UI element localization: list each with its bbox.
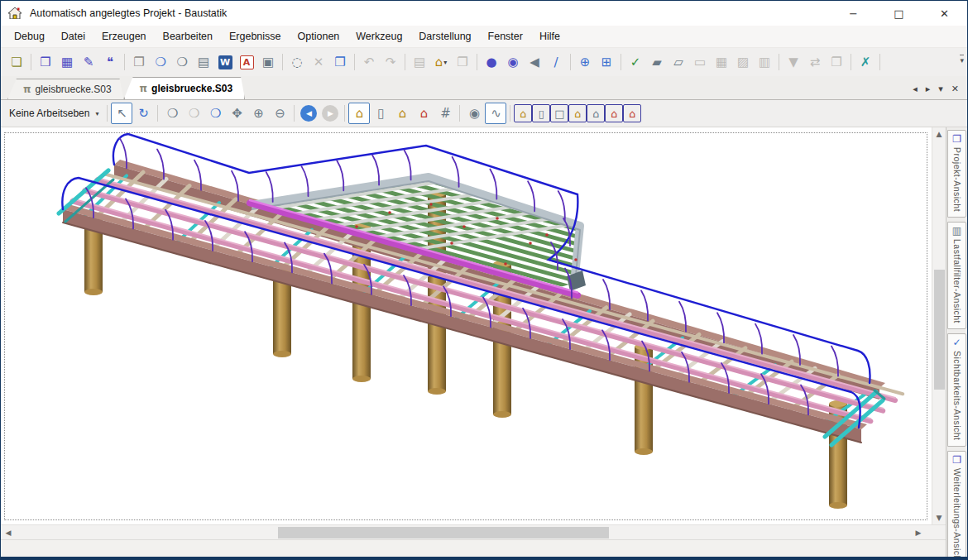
- properties-icon[interactable]: ▤: [409, 51, 430, 73]
- pointer-tool-icon[interactable]: ↖: [111, 103, 132, 124]
- save-as-icon[interactable]: ✎: [78, 51, 99, 73]
- print-preview-icon[interactable]: ❍: [150, 51, 171, 73]
- new-window-icon[interactable]: ❐: [452, 51, 473, 73]
- menu-ergebnisse[interactable]: Ergebnisse: [221, 27, 290, 45]
- node-select-icon[interactable]: ◉: [502, 51, 524, 73]
- vertical-scroll-thumb[interactable]: [934, 270, 945, 390]
- tab-list-icon[interactable]: ▾: [938, 84, 943, 94]
- view-back-icon[interactable]: ◀: [298, 103, 319, 124]
- line-create-icon[interactable]: ∕: [545, 51, 567, 73]
- node-create-icon[interactable]: ●: [481, 51, 502, 73]
- tab-scroll-left-icon[interactable]: ◂: [913, 84, 918, 94]
- menu-debug[interactable]: Debug: [6, 27, 53, 45]
- slab-create-icon[interactable]: ▭: [689, 51, 711, 73]
- save-with-comment-icon[interactable]: ❝: [99, 51, 121, 73]
- zoom-out-icon[interactable]: ⊖: [269, 103, 290, 124]
- scroll-right-icon[interactable]: ▶: [911, 526, 926, 539]
- slab-mesh-icon[interactable]: ▦: [711, 51, 732, 73]
- tab-sichtbarkeits-ansicht[interactable]: ✓ Sichtbarkeits-Ansicht: [947, 333, 966, 447]
- view-frame-icon[interactable]: ▯: [370, 103, 391, 124]
- framed-view-blank-icon[interactable]: □: [550, 104, 568, 122]
- tab-scroll-right-icon[interactable]: ▸: [926, 84, 931, 94]
- page-preview-icon[interactable]: ❍: [171, 51, 193, 73]
- view-forward-icon[interactable]: ▶: [319, 103, 341, 124]
- load-node-icon[interactable]: ⊕: [574, 51, 596, 73]
- load-line-icon[interactable]: ⊞: [596, 51, 617, 73]
- snapshot-icon[interactable]: ▣: [257, 51, 279, 73]
- load-import-icon[interactable]: ▼: [783, 51, 804, 73]
- copy-icon[interactable]: ❐: [329, 51, 351, 73]
- framed-view-house-icon[interactable]: ⌂: [568, 104, 587, 122]
- menu-datei[interactable]: Datei: [53, 27, 93, 45]
- view-isometric-icon[interactable]: ⌂: [348, 103, 370, 124]
- toolbar-separator: [282, 54, 283, 70]
- tab-lastfallfilter-ansicht[interactable]: ▥ Lastfallfilter-Ansicht: [947, 222, 966, 329]
- side-tab-label: Sichtbarkeits-Ansicht: [952, 351, 962, 441]
- load-copy-icon[interactable]: ❐: [826, 51, 847, 73]
- grid-icon[interactable]: #: [434, 103, 456, 124]
- delete-icon[interactable]: ✕: [308, 51, 329, 73]
- workplane-dropdown[interactable]: Keine Arbeitseben ▾: [6, 108, 103, 119]
- scroll-down-icon[interactable]: ▼: [932, 511, 946, 524]
- tab-weiterleitungs-ansicht[interactable]: ❐ Weiterleitungs-Ansicht: [947, 451, 966, 560]
- print-icon[interactable]: ▤: [193, 51, 214, 73]
- framed-view-frame-icon[interactable]: ▯: [532, 104, 550, 122]
- horizontal-scroll-thumb[interactable]: [278, 527, 609, 538]
- menu-bearbeiten[interactable]: Bearbeiten: [155, 27, 221, 45]
- tab-projekt-ansicht[interactable]: ❐ Projekt-Ansicht: [947, 130, 966, 218]
- undo-icon[interactable]: ↶: [358, 51, 380, 73]
- zoom-window-icon[interactable]: ❍: [161, 103, 183, 124]
- toolbar-separator: [294, 105, 295, 122]
- menu-hilfe[interactable]: Hilfe: [531, 27, 568, 45]
- menu-werkzeug[interactable]: Werkzeug: [347, 27, 410, 45]
- coordinate-system-icon[interactable]: ✗: [855, 51, 876, 73]
- home-dropdown-icon[interactable]: ▾: [443, 59, 447, 66]
- minimize-button[interactable]: −: [831, 1, 876, 26]
- framed-view-iso-icon[interactable]: ⌂: [514, 104, 532, 122]
- zoom-in-icon[interactable]: ⊕: [247, 103, 269, 124]
- tab-gleisbruecke-2[interactable]: π gleisbruecke.S03: [124, 77, 246, 99]
- beam-create-icon[interactable]: ▰: [646, 51, 668, 73]
- view-roof-icon[interactable]: ⌂: [413, 103, 434, 124]
- menu-optionen[interactable]: Optionen: [290, 27, 348, 45]
- framed-view-house-outline-icon[interactable]: ⌂: [587, 104, 605, 122]
- menu-erzeugen[interactable]: Erzeugen: [93, 27, 155, 45]
- pdf-export-icon[interactable]: A: [236, 51, 257, 73]
- rotate-view-icon[interactable]: ↻: [132, 103, 154, 124]
- view-front-icon[interactable]: ⌂: [391, 103, 413, 124]
- slab-edit-icon[interactable]: ▥: [754, 51, 775, 73]
- framed-view-barn-icon[interactable]: ⌂: [605, 104, 623, 122]
- toolbar-overflow-icon[interactable]: ▾: [960, 55, 964, 65]
- scroll-left-icon[interactable]: ◀: [1, 526, 16, 539]
- beam-select-icon[interactable]: ▱: [668, 51, 689, 73]
- toolbar-separator: [354, 54, 355, 70]
- element-select-icon[interactable]: ◀: [524, 51, 545, 73]
- vertical-scrollbar[interactable]: ▲ ▼: [932, 127, 946, 524]
- zoom-previous-icon[interactable]: ❍: [183, 103, 204, 124]
- home-view-icon[interactable]: ⌂▾: [430, 51, 452, 73]
- word-export-icon[interactable]: W: [214, 51, 236, 73]
- tab-close-icon[interactable]: ✕: [951, 84, 959, 94]
- zoom-lens-icon[interactable]: ❍: [204, 103, 226, 124]
- close-button[interactable]: ✕: [922, 1, 967, 26]
- pan-icon[interactable]: ✥: [226, 103, 247, 124]
- lasso-select-icon[interactable]: ◌: [286, 51, 308, 73]
- model-viewport[interactable]: ▲ ▼: [1, 127, 946, 524]
- export-document-icon[interactable]: ❐: [128, 51, 150, 73]
- framed-view-barn2-icon[interactable]: ⌂: [623, 104, 641, 122]
- tab-gleisbruecke-1[interactable]: π gleisbruecke.S03: [7, 79, 124, 99]
- slab-hatch-icon[interactable]: ▨: [732, 51, 754, 73]
- horizontal-scrollbar[interactable]: ◀ ▶: [1, 524, 946, 539]
- redo-icon[interactable]: ↷: [380, 51, 401, 73]
- load-transfer-icon[interactable]: ⇄: [804, 51, 826, 73]
- new-project-icon[interactable]: ❏: [6, 51, 27, 73]
- save-icon[interactable]: ▦: [56, 51, 78, 73]
- menu-darstellung[interactable]: Darstellung: [410, 27, 479, 45]
- menu-fenster[interactable]: Fenster: [480, 27, 531, 45]
- model-check-icon[interactable]: ✓: [625, 51, 646, 73]
- open-project-icon[interactable]: ❒: [35, 51, 56, 73]
- maximize-button[interactable]: □: [876, 1, 922, 26]
- camera-icon[interactable]: ◉: [463, 103, 485, 124]
- path-tool-icon[interactable]: ∿: [485, 103, 506, 124]
- scroll-up-icon[interactable]: ▲: [932, 127, 946, 141]
